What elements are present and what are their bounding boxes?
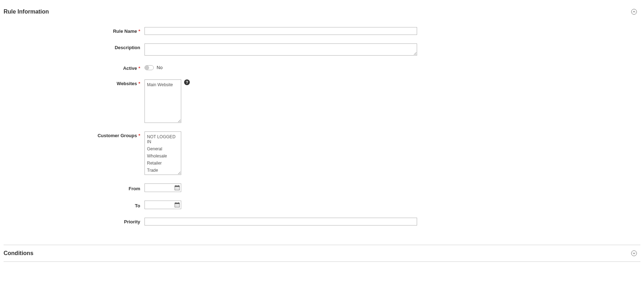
customer-groups-multiselect[interactable]: NOT LOGGED IN General Wholesale Retailer… <box>144 131 181 175</box>
section-header-conditions[interactable]: Conditions <box>4 245 640 261</box>
collapse-up-icon[interactable] <box>631 9 637 15</box>
label-websites: Websites* <box>4 79 144 86</box>
rule-name-input[interactable] <box>144 27 417 35</box>
label-from: From <box>4 185 144 191</box>
label-priority: Priority <box>4 218 144 224</box>
section-body-rule-information: Rule Name* Description Active* No <box>4 20 640 245</box>
customer-group-option[interactable]: Retailer <box>146 160 179 167</box>
label-customer-groups: Customer Groups* <box>4 131 144 138</box>
websites-option[interactable]: Main Website <box>146 81 179 88</box>
label-rule-name: Rule Name* <box>4 27 144 34</box>
section-title: Rule Information <box>4 9 49 15</box>
section-header-rule-information[interactable]: Rule Information <box>4 4 640 20</box>
customer-group-option[interactable]: General <box>146 145 179 152</box>
section-title: Conditions <box>4 250 34 256</box>
label-to: To <box>4 202 144 208</box>
customer-group-option[interactable]: Trade <box>146 167 179 174</box>
svg-rect-9 <box>175 203 179 204</box>
calendar-icon[interactable] <box>174 202 180 208</box>
websites-multiselect[interactable]: Main Website <box>144 79 181 123</box>
priority-input[interactable] <box>144 218 417 226</box>
help-icon[interactable]: ? <box>184 79 190 85</box>
description-textarea[interactable] <box>144 43 417 56</box>
active-toggle[interactable]: No <box>144 65 163 70</box>
expand-down-icon[interactable] <box>631 250 637 256</box>
calendar-icon[interactable] <box>174 185 180 191</box>
customer-group-option[interactable]: NOT LOGGED IN <box>146 133 179 145</box>
svg-rect-1 <box>175 186 179 187</box>
section-rule-information: Rule Information Rule Name* Description … <box>4 4 640 245</box>
active-toggle-state: No <box>157 65 163 70</box>
section-conditions: Conditions <box>4 245 640 262</box>
label-active: Active* <box>4 64 144 71</box>
label-description: Description <box>4 43 144 50</box>
customer-group-option[interactable]: Wholesale <box>146 152 179 160</box>
